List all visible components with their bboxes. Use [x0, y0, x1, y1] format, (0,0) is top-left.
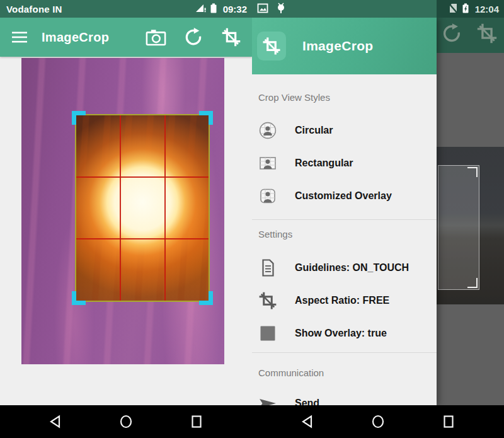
crop-logo-icon	[257, 32, 286, 61]
drawer-item-send[interactable]: Send	[252, 387, 437, 405]
camera-icon[interactable]	[144, 25, 168, 49]
crop-bracket-icon	[467, 167, 478, 177]
drawer-item-rectangular[interactable]: Rectangular	[252, 147, 437, 180]
navigation-drawer: ImageCrop Crop View Styles Circular Rect…	[252, 18, 437, 405]
home-icon[interactable]	[359, 405, 397, 438]
drawer-item-label: Rectangular	[295, 158, 353, 169]
menu-icon[interactable]	[5, 23, 34, 52]
back-icon[interactable]	[37, 405, 74, 438]
crop-handle-bottom-left[interactable]	[72, 291, 86, 305]
left-nav-bar	[0, 405, 252, 438]
sunset-photo	[21, 58, 224, 364]
drawer-title: ImageCrop	[302, 38, 373, 54]
crop-grid-line	[76, 176, 209, 178]
crop-selection-dimmed	[438, 165, 479, 290]
app-title: ImageCrop	[42, 30, 109, 45]
rotate-icon[interactable]	[181, 25, 205, 49]
person-rectangle-icon	[258, 154, 277, 173]
no-sim-icon	[448, 3, 459, 16]
drawer-item-label: Show Overlay: true	[295, 328, 387, 339]
left-app-bar: ImageCrop	[0, 18, 252, 57]
drawer-item-label: Send	[295, 398, 319, 405]
drawer-item-label: Customized Overlay	[295, 190, 392, 202]
drawer-item-show-overlay[interactable]: Show Overlay: true	[252, 317, 437, 350]
section-title-crop-view-styles: Crop View Styles	[252, 93, 437, 103]
crop-grid-line	[120, 115, 121, 301]
person-circle-icon	[258, 121, 277, 140]
drawer-item-customized-overlay[interactable]: Customized Overlay	[252, 180, 437, 212]
crop-grid-line	[76, 238, 209, 239]
back-icon[interactable]	[289, 405, 326, 438]
right-nav-bar	[252, 405, 504, 438]
crop-handle-top-left[interactable]	[72, 111, 86, 125]
recents-icon[interactable]	[430, 405, 467, 438]
crop-icon[interactable]	[219, 25, 243, 49]
carrier-label: Vodafone IN	[6, 4, 62, 14]
drawer-item-label: Circular	[295, 125, 333, 136]
usb-debug-icon	[276, 3, 286, 16]
drawer-item-guidelines[interactable]: Guidelines: ON_TOUCH	[252, 251, 437, 284]
status-time: 12:04	[475, 4, 499, 14]
left-content-area	[0, 57, 252, 405]
crop-handle-bottom-right[interactable]	[199, 291, 213, 305]
rotate-icon	[441, 23, 462, 47]
right-status-bar: 12:04	[252, 0, 504, 18]
dual-screenshot-canvas: Vodafone IN 09:32 ImageCrop	[0, 0, 504, 438]
divider	[252, 352, 437, 353]
crop-grid-line	[164, 115, 166, 301]
left-screen: Vodafone IN 09:32 ImageCrop	[0, 0, 252, 438]
crop-handle-top-right[interactable]	[199, 111, 213, 125]
status-time: 09:32	[223, 4, 247, 14]
person-rounded-icon	[258, 187, 277, 205]
recents-icon[interactable]	[178, 405, 215, 438]
drawer-item-circular[interactable]: Circular	[252, 114, 437, 147]
drawer-item-label: Aspect Ratio: FREE	[295, 295, 389, 306]
crop-icon	[258, 291, 277, 310]
send-icon	[258, 394, 277, 405]
drawer-item-label: Guidelines: ON_TOUCH	[295, 262, 409, 274]
drawer-item-aspect-ratio[interactable]: Aspect Ratio: FREE	[252, 284, 437, 317]
drawer-header: ImageCrop	[252, 18, 437, 74]
battery-charging-icon	[461, 3, 470, 16]
screenshot-icon	[257, 3, 268, 15]
divider	[252, 219, 437, 220]
beach-photo	[437, 147, 504, 304]
section-title-settings: Settings	[252, 229, 437, 239]
signal-icon	[195, 3, 207, 15]
overlay-square-icon	[258, 324, 277, 343]
home-icon[interactable]	[107, 405, 145, 438]
left-status-bar: Vodafone IN 09:32	[0, 0, 252, 18]
crop-selection[interactable]	[75, 114, 210, 302]
section-title-communication: Communication	[252, 368, 437, 378]
battery-icon	[209, 3, 218, 16]
crop-bracket-icon	[467, 278, 478, 288]
crop-icon	[476, 23, 498, 47]
right-screen: 12:04	[252, 0, 504, 438]
document-icon	[258, 258, 277, 277]
